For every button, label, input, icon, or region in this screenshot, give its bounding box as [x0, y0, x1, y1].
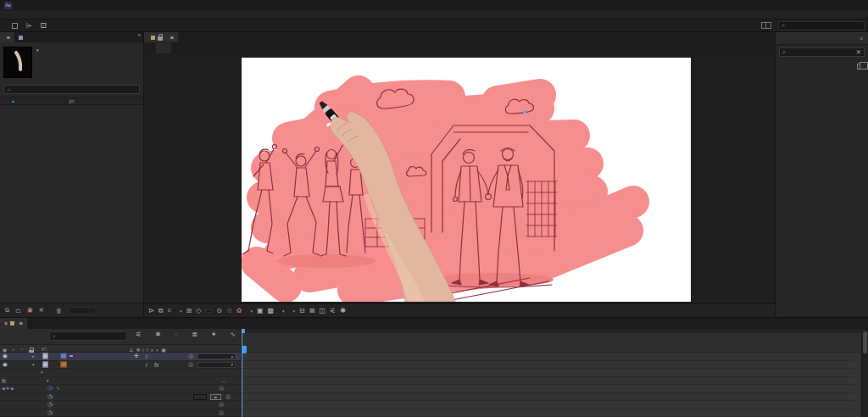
interpret-footage-icon[interactable]: ⧉: [5, 307, 9, 314]
scrollbar-thumb[interactable]: [863, 331, 867, 353]
collapse-caret-icon[interactable]: ▾: [41, 370, 43, 375]
layer-row-2[interactable]: ◉ ▾ / fx ◎ ▾: [0, 361, 241, 370]
fx-switch[interactable]: fx: [154, 361, 159, 367]
eyedropper-icon[interactable]: ✒: [210, 394, 221, 401]
search-help-box[interactable]: ⌕: [778, 21, 865, 31]
track-write-on[interactable]: [242, 377, 854, 386]
track-color[interactable]: [242, 393, 854, 402]
quality-icon[interactable]: /: [146, 353, 147, 359]
layer-label-swatch[interactable]: [42, 361, 48, 367]
write-on-effect-row[interactable]: fx ▾ –: [0, 377, 241, 386]
share-frame-icon[interactable]: ⌗: [167, 307, 171, 315]
search-help-input[interactable]: [787, 22, 861, 30]
timeline-search-box[interactable]: ⌕: [49, 331, 127, 341]
expand-caret-icon[interactable]: ▸: [32, 353, 35, 359]
color-swatch[interactable]: [193, 394, 207, 400]
viewer-timecode[interactable]: [205, 309, 212, 313]
panel-menu-icon[interactable]: ≡: [19, 320, 23, 326]
panel-menu-icon[interactable]: ≡: [7, 35, 10, 41]
hide-shy-layers-icon[interactable]: ◌: [175, 331, 179, 338]
new-folder-icon[interactable]: 🗀: [15, 308, 21, 314]
composition-canvas[interactable]: [242, 58, 691, 302]
track-layer-2[interactable]: [242, 361, 854, 370]
effects-presets-header[interactable]: ≡: [776, 32, 868, 45]
property-pickwhip-icon[interactable]: ◎: [219, 409, 224, 416]
brush-hardness-row[interactable]: ◷ ◎: [0, 409, 241, 417]
brush-size-row[interactable]: ◷ ◎: [0, 401, 241, 409]
project-flowchart-icon[interactable]: ⚟: [39, 307, 44, 314]
resolution-caret-icon[interactable]: ▾: [250, 309, 253, 314]
velocity-graph-icon[interactable]: ∿: [56, 386, 60, 391]
layer-label-swatch[interactable]: [42, 353, 48, 359]
frame-blending-icon[interactable]: ≣: [192, 331, 198, 338]
comp-viewer-tab[interactable]: [156, 43, 171, 53]
track-brush-hardness[interactable]: [242, 409, 854, 417]
timeline-track-area[interactable]: [242, 329, 861, 417]
effect-point-marker[interactable]: [523, 110, 526, 114]
reset-exposure-icon[interactable]: ✱: [340, 307, 346, 314]
composition-viewer[interactable]: [144, 53, 775, 303]
next-keyframe-icon[interactable]: ▶: [11, 386, 14, 391]
stopwatch-icon[interactable]: ◷: [47, 409, 53, 416]
layer-row-1[interactable]: ◉ ▸ ✣ / ◎ ▾: [0, 353, 241, 361]
effects-group-row[interactable]: ▾: [0, 369, 241, 377]
panel-menu-icon[interactable]: ≡: [170, 35, 174, 41]
playhead-handle[interactable]: [242, 346, 247, 353]
snapping-checkbox[interactable]: [12, 23, 18, 29]
tab-project[interactable]: ≡: [0, 32, 14, 42]
tab-effect-controls[interactable]: [14, 32, 30, 42]
sort-arrow-icon[interactable]: ▲: [11, 98, 15, 103]
quality-icon[interactable]: /: [146, 361, 147, 367]
stopwatch-icon[interactable]: ◷: [47, 393, 53, 400]
delete-item-icon[interactable]: 🗑: [56, 308, 62, 314]
channel-icon[interactable]: ✿: [236, 307, 242, 314]
parent-pickwhip-icon[interactable]: ◎: [188, 353, 193, 359]
draft-3d-icon[interactable]: ❅: [155, 331, 161, 338]
new-composition-icon[interactable]: ▣: [27, 307, 33, 314]
timeline-button-icon[interactable]: ◫: [320, 307, 326, 314]
magnification-caret-icon[interactable]: ▾: [180, 309, 182, 314]
timeline-tab-comp1[interactable]: × ≡: [0, 318, 27, 329]
new-animation-preset-icon[interactable]: [857, 64, 864, 70]
layer-visibility-icon[interactable]: ◉: [3, 353, 8, 359]
snap-to-edges-icon[interactable]: ⌲: [23, 19, 35, 31]
time-ruler[interactable]: [242, 329, 861, 353]
tab-composition[interactable]: ≡: [144, 32, 178, 42]
property-pickwhip-icon[interactable]: ◎: [219, 401, 224, 408]
camera-caret-icon[interactable]: ▾: [282, 309, 285, 314]
panel-menu-icon[interactable]: ≡: [860, 36, 863, 42]
stopwatch-icon[interactable]: ◷: [47, 401, 53, 408]
toggle-mask-icon[interactable]: ◇: [196, 307, 201, 314]
close-tab-icon[interactable]: ×: [4, 320, 8, 326]
fast-previews-icon[interactable]: ⊠: [309, 307, 315, 314]
transparency-grid-icon[interactable]: ▩: [268, 307, 275, 314]
clear-search-icon[interactable]: ✕: [856, 48, 861, 56]
parent-dropdown[interactable]: ▾: [198, 353, 236, 359]
track-layer-1[interactable]: [242, 353, 854, 361]
preview-caret-icon[interactable]: ▾: [36, 47, 39, 53]
lock-icon[interactable]: [158, 36, 163, 41]
track-brush-position-keyframes[interactable]: [242, 385, 854, 393]
show-snapshot-icon[interactable]: ⊚: [226, 307, 232, 314]
column-label-icon[interactable]: 🏷: [66, 98, 77, 104]
graph-editor-icon[interactable]: ∿: [230, 331, 236, 338]
track-brush-size[interactable]: [242, 401, 854, 409]
effects-presets-search-input[interactable]: [788, 48, 854, 56]
layer-name[interactable]: [70, 355, 73, 357]
motion-blur-icon[interactable]: ✦: [211, 331, 217, 338]
snapshot-icon[interactable]: ⊙: [216, 307, 222, 314]
snap-to-features-icon[interactable]: ⊡: [37, 19, 49, 31]
grid-guides-icon[interactable]: ⊞: [186, 307, 192, 314]
track-effects[interactable]: [242, 369, 854, 377]
effects-presets-search[interactable]: ⌕ ✕: [779, 47, 865, 57]
layer-visibility-icon[interactable]: ◉: [3, 361, 8, 368]
color-row[interactable]: ◷ ✒ ◎: [0, 393, 241, 402]
property-pickwhip-icon[interactable]: ◎: [219, 385, 224, 392]
parent-pickwhip-icon[interactable]: ◎: [188, 361, 193, 368]
add-keyframe-icon[interactable]: ♦: [7, 386, 9, 391]
timeline-scrollbar[interactable]: [861, 329, 868, 417]
collapse-transformations-icon[interactable]: ✣: [134, 353, 139, 359]
pixel-aspect-icon[interactable]: ⊟: [299, 307, 305, 314]
snapping-toggle[interactable]: ⌲ ⊡: [12, 19, 49, 31]
project-search-box[interactable]: ⌕: [3, 85, 140, 94]
